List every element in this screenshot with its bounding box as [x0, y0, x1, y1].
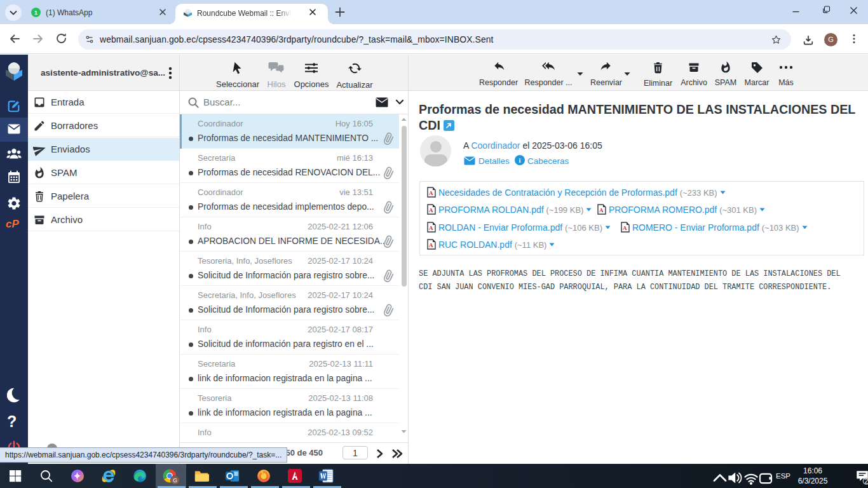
svg-text:A: A: [429, 190, 433, 196]
svg-text:A: A: [429, 242, 433, 248]
svg-text:i: i: [519, 157, 521, 164]
svg-text:A: A: [623, 225, 627, 231]
svg-text:A: A: [599, 207, 604, 214]
svg-text:1: 1: [34, 10, 37, 16]
svg-text:A: A: [429, 225, 433, 231]
svg-text:cP: cP: [6, 218, 19, 230]
svg-text:2: 2: [864, 478, 868, 485]
svg-text:A: A: [429, 207, 433, 214]
